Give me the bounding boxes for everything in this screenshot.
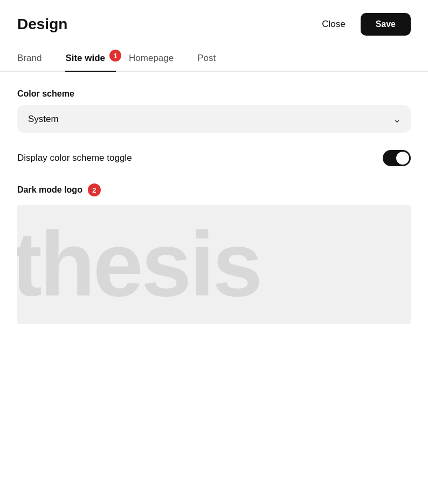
- tab-brand[interactable]: Brand: [17, 46, 52, 71]
- tab-homepage[interactable]: Homepage: [129, 46, 184, 71]
- tab-site-wide[interactable]: Site wide 1: [65, 46, 116, 71]
- tabs: Brand Site wide 1 Homepage Post: [17, 46, 411, 71]
- color-scheme-label: Color scheme: [17, 89, 411, 99]
- save-button[interactable]: Save: [361, 13, 411, 36]
- page-title: Design: [17, 16, 67, 33]
- logo-preview-text: thesis: [17, 219, 261, 310]
- dark-mode-logo-row: Dark mode logo 2: [17, 183, 411, 196]
- tab-site-wide-badge: 1: [109, 50, 121, 62]
- color-scheme-select-wrapper: System Light Dark ⌄: [17, 105, 411, 133]
- close-button[interactable]: Close: [315, 15, 351, 34]
- dark-mode-logo-label: Dark mode logo: [17, 185, 82, 195]
- display-color-scheme-toggle[interactable]: [383, 150, 411, 166]
- content: Color scheme System Light Dark ⌄ Display…: [0, 89, 428, 324]
- toggle-thumb: [396, 152, 409, 165]
- header-actions: Close Save: [315, 13, 411, 36]
- header: Design Close Save: [0, 0, 428, 46]
- color-scheme-select[interactable]: System Light Dark: [17, 105, 411, 133]
- toggle-track: [383, 150, 411, 166]
- display-toggle-row: Display color scheme toggle: [17, 150, 411, 166]
- tab-post[interactable]: Post: [197, 46, 226, 71]
- display-toggle-label: Display color scheme toggle: [17, 153, 132, 164]
- logo-preview: thesis: [17, 205, 411, 324]
- dark-mode-logo-badge: 2: [88, 183, 101, 196]
- tabs-container: Brand Site wide 1 Homepage Post: [0, 46, 428, 72]
